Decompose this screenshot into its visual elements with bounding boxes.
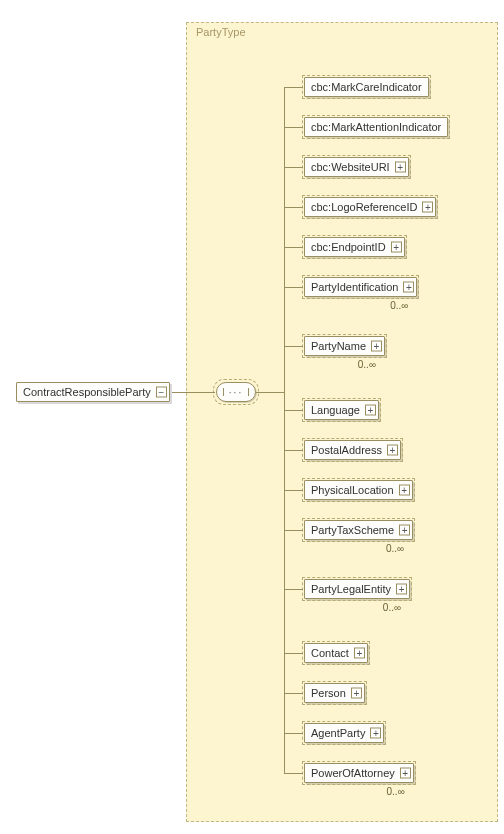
child-element-label: Contact <box>311 647 349 659</box>
child-element: PowerOfAttorney+0..∞ <box>304 763 414 783</box>
connector-line <box>284 490 303 491</box>
expand-icon[interactable]: + <box>399 525 410 536</box>
child-element-label: PartyName <box>311 340 366 352</box>
expand-icon[interactable]: + <box>422 202 433 213</box>
occurs-label: 0..∞ <box>383 602 401 613</box>
connector-line <box>284 346 303 347</box>
connector-line <box>256 392 284 393</box>
occurs-label: 0..∞ <box>387 786 405 797</box>
child-element-label: PartyIdentification <box>311 281 398 293</box>
child-element: PartyTaxScheme+0..∞ <box>304 520 413 540</box>
child-element-label: cbc:MarkAttentionIndicator <box>311 121 441 133</box>
connector-line <box>284 287 303 288</box>
connector-line <box>284 247 303 248</box>
child-element: PartyLegalEntity+0..∞ <box>304 579 410 599</box>
sequence-node: ··· <box>216 382 256 402</box>
connector-line <box>284 450 303 451</box>
connector-line <box>284 530 303 531</box>
connector-line <box>172 392 215 393</box>
child-element-label: PostalAddress <box>311 444 382 456</box>
child-element: PartyName+0..∞ <box>304 336 385 356</box>
occurs-label: 0..∞ <box>390 300 408 311</box>
connector-line <box>284 207 303 208</box>
child-element-label: cbc:EndpointID <box>311 241 386 253</box>
child-element: cbc:MarkCareIndicator <box>304 77 429 97</box>
child-element-label: PartyLegalEntity <box>311 583 391 595</box>
child-element: PhysicalLocation+ <box>304 480 413 500</box>
expand-icon[interactable]: + <box>371 341 382 352</box>
collapse-icon[interactable]: − <box>156 387 167 398</box>
child-element-label: cbc:MarkCareIndicator <box>311 81 422 93</box>
expand-icon[interactable]: + <box>391 242 402 253</box>
child-element: PostalAddress+ <box>304 440 401 460</box>
connector-line <box>284 87 303 88</box>
connector-line <box>284 693 303 694</box>
connector-line <box>284 653 303 654</box>
expand-icon[interactable]: + <box>365 405 376 416</box>
partytype-label: PartyType <box>196 26 246 38</box>
root-element-label: ContractResponsibleParty <box>23 386 151 398</box>
expand-icon[interactable]: + <box>403 282 414 293</box>
connector-line <box>284 733 303 734</box>
child-element-label: PhysicalLocation <box>311 484 394 496</box>
child-element: cbc:EndpointID+ <box>304 237 405 257</box>
schema-diagram: PartyType ContractResponsibleParty − ···… <box>0 0 504 834</box>
connector-line <box>284 410 303 411</box>
child-element: cbc:WebsiteURI+ <box>304 157 409 177</box>
child-element-label: AgentParty <box>311 727 365 739</box>
root-element: ContractResponsibleParty − <box>16 382 170 402</box>
child-element: Language+ <box>304 400 379 420</box>
child-element-label: PartyTaxScheme <box>311 524 394 536</box>
child-element: AgentParty+ <box>304 723 384 743</box>
child-element-label: cbc:LogoReferenceID <box>311 201 417 213</box>
expand-icon[interactable]: + <box>400 768 411 779</box>
child-element: cbc:LogoReferenceID+ <box>304 197 436 217</box>
occurs-label: 0..∞ <box>386 543 404 554</box>
child-element-label: cbc:WebsiteURI <box>311 161 390 173</box>
expand-icon[interactable]: + <box>396 584 407 595</box>
expand-icon[interactable]: + <box>399 485 410 496</box>
expand-icon[interactable]: + <box>395 162 406 173</box>
expand-icon[interactable]: + <box>370 728 381 739</box>
child-element-label: PowerOfAttorney <box>311 767 395 779</box>
connector-line <box>284 127 303 128</box>
connector-line <box>284 773 303 774</box>
child-element: PartyIdentification+0..∞ <box>304 277 417 297</box>
connector-line <box>284 87 285 773</box>
expand-icon[interactable]: + <box>351 688 362 699</box>
occurs-label: 0..∞ <box>358 359 376 370</box>
child-element: Person+ <box>304 683 365 703</box>
child-element-label: Person <box>311 687 346 699</box>
child-element-label: Language <box>311 404 360 416</box>
child-element: Contact+ <box>304 643 368 663</box>
connector-line <box>284 589 303 590</box>
expand-icon[interactable]: + <box>387 445 398 456</box>
child-element: cbc:MarkAttentionIndicator <box>304 117 448 137</box>
connector-line <box>284 167 303 168</box>
expand-icon[interactable]: + <box>354 648 365 659</box>
